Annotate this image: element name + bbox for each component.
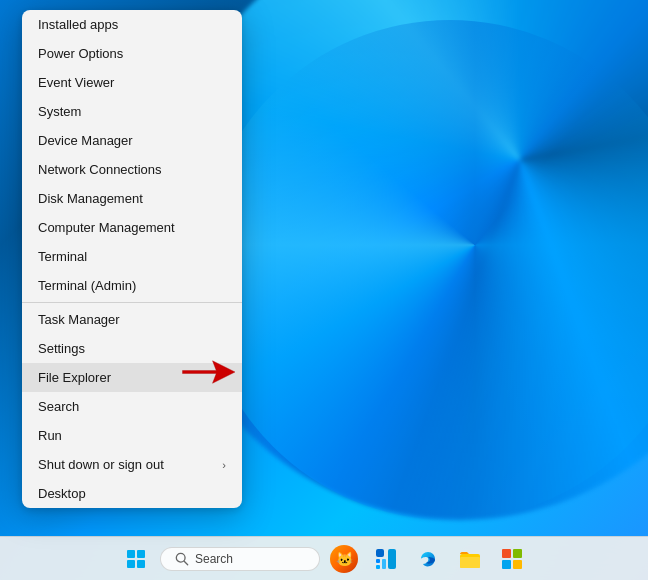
svg-line-2 <box>184 561 188 565</box>
avatar-button[interactable]: 🐱 <box>326 541 362 577</box>
menu-item-label-desktop: Desktop <box>38 486 86 501</box>
menu-item-network-connections[interactable]: Network Connections <box>22 155 242 184</box>
taskbar-center: Search 🐱 <box>118 541 530 577</box>
svg-rect-10 <box>502 549 511 558</box>
svg-rect-13 <box>513 560 522 569</box>
taskbar: Search 🐱 <box>0 536 648 580</box>
menu-item-label-settings: Settings <box>38 341 85 356</box>
svg-rect-7 <box>388 549 396 569</box>
svg-rect-6 <box>382 559 386 569</box>
menu-item-disk-management[interactable]: Disk Management <box>22 184 242 213</box>
menu-item-task-manager[interactable]: Task Manager <box>22 305 242 334</box>
svg-rect-12 <box>502 560 511 569</box>
menu-item-event-viewer[interactable]: Event Viewer <box>22 68 242 97</box>
menu-item-terminal-admin[interactable]: Terminal (Admin) <box>22 271 242 300</box>
windows-logo-icon <box>127 550 145 568</box>
menu-item-label-task-manager: Task Manager <box>38 312 120 327</box>
taskbar-search-label: Search <box>195 552 233 566</box>
menu-item-label-device-manager: Device Manager <box>38 133 133 148</box>
wallpaper-swirl-inner <box>200 20 648 520</box>
avatar-icon: 🐱 <box>330 545 358 573</box>
start-button[interactable] <box>118 541 154 577</box>
menu-item-device-manager[interactable]: Device Manager <box>22 126 242 155</box>
svg-rect-5 <box>376 565 380 569</box>
svg-rect-3 <box>376 549 384 557</box>
menu-item-power-options[interactable]: Power Options <box>22 39 242 68</box>
menu-item-computer-management[interactable]: Computer Management <box>22 213 242 242</box>
menu-item-label-computer-management: Computer Management <box>38 220 175 235</box>
svg-rect-11 <box>513 549 522 558</box>
edge-icon <box>417 548 439 570</box>
menu-item-label-installed-apps: Installed apps <box>38 17 118 32</box>
menu-item-settings[interactable]: Settings <box>22 334 242 363</box>
svg-rect-4 <box>376 559 380 563</box>
context-menu: Installed appsPower OptionsEvent ViewerS… <box>22 10 242 508</box>
folder-icon <box>459 548 481 570</box>
menu-item-search[interactable]: Search <box>22 392 242 421</box>
desktop: Installed appsPower OptionsEvent ViewerS… <box>0 0 648 580</box>
menu-item-label-file-explorer: File Explorer <box>38 370 111 385</box>
menu-item-label-run: Run <box>38 428 62 443</box>
taskbar-search[interactable]: Search <box>160 547 320 571</box>
menu-item-label-system: System <box>38 104 81 119</box>
menu-item-shut-down-sign-out[interactable]: Shut down or sign out› <box>22 450 242 479</box>
file-explorer-button[interactable] <box>452 541 488 577</box>
menu-item-label-power-options: Power Options <box>38 46 123 61</box>
widgets-button[interactable] <box>368 541 404 577</box>
store-button[interactable] <box>494 541 530 577</box>
menu-item-run[interactable]: Run <box>22 421 242 450</box>
menu-item-label-terminal: Terminal <box>38 249 87 264</box>
menu-item-label-network-connections: Network Connections <box>38 162 162 177</box>
menu-item-file-explorer[interactable]: File Explorer <box>22 363 242 392</box>
menu-item-installed-apps[interactable]: Installed apps <box>22 10 242 39</box>
store-icon <box>501 548 523 570</box>
menu-item-desktop[interactable]: Desktop <box>22 479 242 508</box>
menu-item-system[interactable]: System <box>22 97 242 126</box>
menu-separator <box>22 302 242 303</box>
menu-item-label-terminal-admin: Terminal (Admin) <box>38 278 136 293</box>
menu-item-label-shut-down-sign-out: Shut down or sign out <box>38 457 164 472</box>
search-icon <box>175 552 189 566</box>
menu-item-label-event-viewer: Event Viewer <box>38 75 114 90</box>
menu-item-label-disk-management: Disk Management <box>38 191 143 206</box>
menu-item-terminal[interactable]: Terminal <box>22 242 242 271</box>
svg-rect-9 <box>460 557 480 568</box>
edge-button[interactable] <box>410 541 446 577</box>
widgets-icon <box>375 548 397 570</box>
submenu-arrow-icon: › <box>222 459 226 471</box>
menu-item-label-search: Search <box>38 399 79 414</box>
